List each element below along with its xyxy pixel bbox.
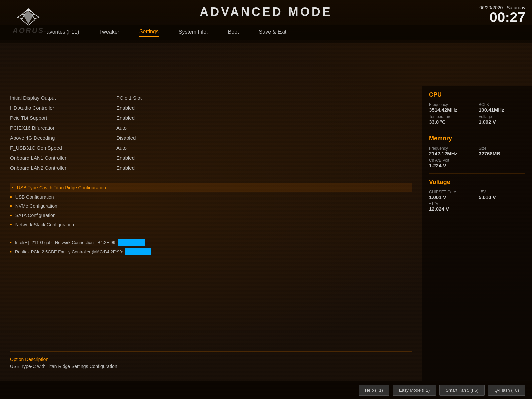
title-area: ADVANCED MODE [200,5,332,19]
cpu-voltage-cell: Voltage 1.092 V [479,114,525,125]
mac-highlight-intel [118,239,145,246]
cpu-freq-label-cell: Frequency 3514.42MHz [429,102,475,113]
volt-5v-cell: +5V 5.010 V [479,190,525,200]
voltage-info-grid: CHIPSET Core 1.001 V +5V 5.010 V [429,190,525,200]
option-desc-text: USB Type-C with Titan Ridge Settings Con… [10,364,412,369]
volt-chipset-cell: CHIPSET Core 1.001 V [429,190,475,200]
nav-sysinfo[interactable]: System Info. [179,29,208,36]
voltage-5v-label: +5V [479,190,525,194]
qflash-button[interactable]: Q-Flash (F8) [488,385,525,396]
easy-mode-button[interactable]: Easy Mode (F2) [393,385,436,396]
settings-table: Initial Display Output PCIe 1 Slot HD Au… [10,93,412,173]
section-net-stack[interactable]: ▪ Network Stack Configuration [10,220,412,229]
voltage-title: Voltage [429,179,525,186]
cpu-voltage-label: Voltage [479,114,525,119]
section-sata-config[interactable]: ▪ SATA Configuration [10,211,412,220]
mem-size-cell: Size 32768MB [479,146,525,156]
section-usb-config[interactable]: ▪ USB Configuration [10,192,412,201]
cpu-info-grid: Frequency 3514.42MHz BCLK 100.41MHz Temp… [429,102,525,125]
cpu-frequency-value: 3514.42MHz [429,107,475,113]
bullet-icon: ▪ [10,222,12,228]
network-item-intel: ▪ Intel(R) I211 Gigabit Network Connecti… [10,238,412,247]
memory-chvolt-value: 1.224 V [429,163,525,168]
cpu-bclk-cell: BCLK 100.41MHz [479,102,525,113]
voltage-5v-value: 5.010 V [479,194,525,200]
nav-boot[interactable]: Boot [228,29,239,36]
page-title: ADVANCED MODE [200,5,332,19]
nav-settings[interactable]: Settings [139,29,159,37]
table-row[interactable]: Onboard LAN2 Controller Enabled [10,163,412,173]
memory-frequency-value: 2142.12MHz [429,151,475,156]
memory-frequency-label: Frequency [429,146,475,151]
svg-line-4 [17,15,22,17]
content-area: Initial Display Output PCIe 1 Slot HD Au… [0,86,532,381]
nav-save[interactable]: Save & Exit [259,29,287,36]
nav-tweaker[interactable]: Tweaker [99,29,119,36]
cpu-bclk-value: 100.41MHz [479,107,525,113]
right-panel: CPU Frequency 3514.42MHz BCLK 100.41MHz … [422,86,532,381]
svg-line-6 [17,17,22,19]
footer: Help (F1) Easy Mode (F2) Smart Fan 5 (F6… [0,381,532,399]
cpu-temp-label: Temperature [429,114,475,119]
cpu-title: CPU [429,91,525,98]
memory-section: Memory Frequency 2142.12MHz Size 32768MB… [429,135,525,174]
smart-fan-button[interactable]: Smart Fan 5 (F6) [439,385,485,396]
header: AORUS ADVANCED MODE 06/20/2020 Saturday … [0,0,532,43]
nav-underline [43,40,532,40]
volt-12v-cell: +12V 12.024 V [429,201,525,212]
cpu-frequency-label: Frequency [429,102,475,107]
table-row[interactable]: Initial Display Output PCIe 1 Slot [10,93,412,103]
memory-size-label: Size [479,146,525,151]
main-panel: Initial Display Output PCIe 1 Slot HD Au… [0,86,422,381]
bullet-icon: ▪ [10,194,12,200]
cpu-temp-value: 33.0 °C [429,119,475,125]
mem-chvolt-cell: Ch A/B Volt 1.224 V [429,158,525,168]
bullet-icon: ▪ [10,212,12,218]
table-row[interactable]: HD Audio Controller Enabled [10,103,412,113]
section-nvme-config[interactable]: ▪ NVMe Configuration [10,201,412,211]
table-row[interactable]: Onboard LAN1 Controller Enabled [10,153,412,163]
table-row[interactable]: Pcie Tbt Support Enabled [10,113,412,123]
voltage-chipset-label: CHIPSET Core [429,190,475,194]
table-row[interactable]: PCIEX16 Bifurcation Auto [10,123,412,133]
cpu-bclk-label: BCLK [479,102,525,107]
datetime-area: 06/20/2020 Saturday 00:27 [479,5,525,24]
bullet-icon: ▪ [12,185,14,191]
time-display: 00:27 [490,9,525,25]
voltage-chipset-value: 1.001 V [429,194,475,200]
section-usb-typec[interactable]: ▪ USB Type-C with Titan Ridge Configurat… [10,183,412,192]
option-desc-title: Option Description [10,357,412,362]
cpu-section: CPU Frequency 3514.42MHz BCLK 100.41MHz … [429,91,525,130]
main-container: AORUS ADVANCED MODE 06/20/2020 Saturday … [0,0,532,399]
voltage-section: Voltage CHIPSET Core 1.001 V +5V 5.010 V… [429,179,525,217]
svg-line-5 [35,15,39,17]
bullet-icon: ▪ [10,203,12,209]
nav-favorites[interactable]: Favorites (F11) [43,29,79,36]
help-button[interactable]: Help (F1) [359,385,389,396]
bullet-icon: ▪ [10,249,12,254]
network-items: ▪ Intel(R) I211 Gigabit Network Connecti… [10,238,412,256]
memory-size-value: 32768MB [479,151,525,156]
table-row[interactable]: F_USB31C Gen Speed Auto [10,143,412,153]
nav-menu: Favorites (F11) Tweaker Settings System … [0,25,532,40]
voltage-12v-value: 12.024 V [429,206,525,212]
bullet-icon: ▪ [10,240,12,245]
aorus-eagle-icon [17,8,40,26]
memory-chvolt-label: Ch A/B Volt [429,158,525,163]
memory-title: Memory [429,135,525,142]
mem-freq-cell: Frequency 2142.12MHz [429,146,475,156]
table-row[interactable]: Above 4G Decoding Disabled [10,133,412,143]
cpu-temp-cell: Temperature 33.0 °C [429,114,475,125]
svg-line-7 [35,17,39,19]
section-items: ▪ USB Type-C with Titan Ridge Configurat… [10,183,412,229]
voltage-12v-label: +12V [429,201,525,206]
mac-highlight-realtek [125,248,151,255]
cpu-voltage-value: 1.092 V [479,119,525,125]
memory-info-grid: Frequency 2142.12MHz Size 32768MB [429,146,525,156]
network-item-realtek: ▪ Realtek PCIe 2.5GBE Family Controller … [10,247,412,256]
option-description: Option Description USB Type-C with Titan… [10,351,412,374]
